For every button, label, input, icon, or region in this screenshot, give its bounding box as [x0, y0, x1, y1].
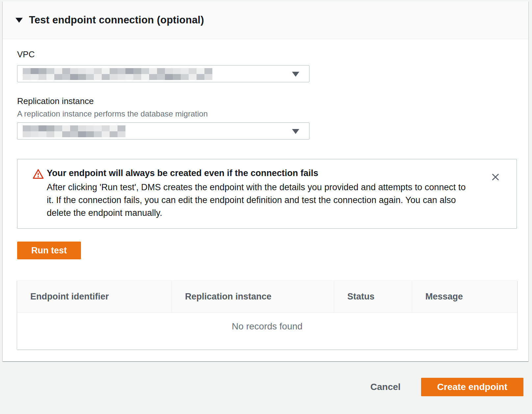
alert-body: After clicking 'Run test', DMS creates t…	[47, 181, 475, 220]
replication-instance-redacted-value	[23, 125, 125, 137]
replication-instance-dropdown-caret-icon	[292, 129, 299, 134]
warning-triangle-icon	[33, 168, 44, 181]
section-header-toggle[interactable]: Test endpoint connection (optional)	[3, 1, 528, 39]
warning-alert: Your endpoint will always be created eve…	[17, 159, 517, 229]
replication-instance-select[interactable]	[17, 122, 309, 140]
column-header-message: Message	[412, 281, 517, 312]
test-endpoint-connection-panel: Test endpoint connection (optional) VPC …	[3, 1, 528, 361]
footer-actions: Cancel Create endpoint	[370, 378, 523, 396]
vpc-label: VPC	[17, 49, 35, 60]
test-results-table: Endpoint identifier Replication instance…	[17, 281, 517, 349]
create-endpoint-button[interactable]: Create endpoint	[421, 378, 523, 396]
replication-instance-label: Replication instance	[17, 96, 94, 106]
column-header-endpoint-identifier: Endpoint identifier	[17, 281, 172, 312]
close-x-icon	[491, 172, 500, 182]
alert-title: Your endpoint will always be created eve…	[47, 168, 458, 178]
column-header-replication-instance: Replication instance	[172, 281, 334, 312]
cancel-button[interactable]: Cancel	[370, 382, 401, 392]
section-title: Test endpoint connection (optional)	[29, 14, 204, 26]
replication-instance-description: A replication instance performs the data…	[17, 109, 208, 118]
column-header-status: Status	[334, 281, 412, 312]
vpc-dropdown-caret-icon	[292, 72, 299, 77]
run-test-button[interactable]: Run test	[17, 242, 81, 259]
table-header-row: Endpoint identifier Replication instance…	[17, 281, 517, 313]
alert-close-button[interactable]	[489, 170, 502, 184]
vpc-redacted-value	[23, 68, 214, 80]
collapse-triangle-icon	[15, 18, 23, 23]
vpc-select[interactable]	[17, 65, 309, 82]
table-empty-state: No records found	[17, 313, 517, 349]
